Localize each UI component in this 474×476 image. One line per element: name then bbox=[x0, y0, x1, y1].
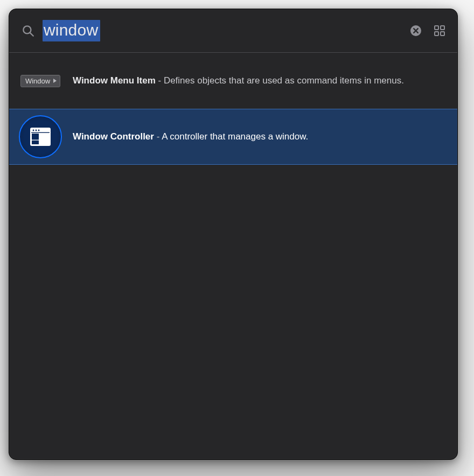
svg-point-11 bbox=[33, 130, 34, 131]
svg-rect-5 bbox=[435, 32, 438, 36]
result-title: Window Controller bbox=[73, 131, 154, 142]
clear-search-button[interactable] bbox=[408, 23, 424, 39]
result-text: Window Controller - A controller that ma… bbox=[73, 130, 445, 144]
result-description: Defines objects that are used as command… bbox=[164, 75, 404, 86]
svg-point-12 bbox=[36, 130, 37, 131]
results-list: Window Window Menu Item - Defines object… bbox=[9, 53, 457, 165]
menu-item-chip-icon: Window bbox=[20, 75, 60, 87]
chip-label: Window bbox=[25, 77, 50, 85]
svg-rect-15 bbox=[32, 140, 39, 141]
window-controller-icon bbox=[19, 115, 62, 158]
svg-rect-9 bbox=[31, 132, 50, 133]
result-window-menu-item[interactable]: Window Window Menu Item - Defines object… bbox=[9, 53, 457, 109]
result-title: Window Menu Item bbox=[73, 75, 156, 86]
svg-rect-6 bbox=[441, 32, 444, 36]
result-thumbnail: Window bbox=[17, 60, 64, 101]
result-thumbnail bbox=[17, 116, 64, 157]
search-icon bbox=[21, 24, 35, 38]
svg-line-1 bbox=[30, 33, 33, 36]
result-window-controller[interactable]: Window Controller - A controller that ma… bbox=[9, 109, 457, 165]
svg-point-13 bbox=[38, 130, 40, 131]
svg-rect-3 bbox=[435, 26, 438, 30]
grid-view-toggle[interactable] bbox=[431, 23, 448, 39]
result-description: A controller that manages a window. bbox=[162, 131, 308, 142]
result-separator: - bbox=[156, 75, 164, 86]
object-library-popover: window Window bbox=[9, 9, 458, 460]
svg-rect-14 bbox=[32, 134, 39, 144]
search-input-value: window bbox=[43, 20, 100, 41]
svg-rect-4 bbox=[441, 26, 444, 30]
search-bar: window bbox=[9, 9, 457, 52]
result-text: Window Menu Item - Defines objects that … bbox=[73, 74, 445, 88]
search-input[interactable]: window bbox=[43, 19, 400, 42]
result-separator: - bbox=[154, 131, 162, 142]
chevron-right-icon bbox=[53, 79, 57, 83]
